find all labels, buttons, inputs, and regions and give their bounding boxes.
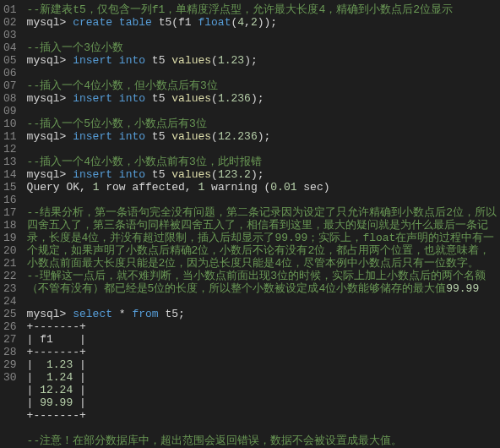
line-number: 14 [3, 168, 17, 181]
token: mysql> [27, 168, 73, 181]
line-number: 20 [3, 244, 17, 257]
token: into [119, 130, 145, 143]
code-line [27, 194, 500, 206]
code-line: mysql> insert into t5 values(123.2); [27, 168, 500, 181]
token: create [73, 16, 112, 29]
token: into [119, 92, 145, 105]
token: into [119, 168, 145, 181]
token: t5 [145, 92, 171, 105]
token [112, 54, 119, 67]
token: sec) [297, 181, 330, 194]
token: 1.23 [46, 358, 73, 371]
code-line [27, 67, 500, 79]
token: 4 [237, 16, 244, 29]
code-line [27, 105, 500, 117]
code-line: --新建表t5，仅包含一列f1，单精度浮点型，允许最大长度4，精确到小数点后2位… [27, 3, 500, 16]
code-line: +-------+ [27, 409, 500, 422]
line-number: 15 [3, 181, 17, 194]
code-line: --插入一个5位小数，小数点后有3位 [27, 117, 500, 130]
token: ( [211, 168, 218, 181]
token: | [27, 396, 41, 409]
line-number: 29 [3, 358, 17, 371]
line-number: 05 [3, 54, 17, 67]
token: mysql> [27, 54, 73, 67]
token: 2 [251, 16, 258, 29]
line-number: 28 [3, 346, 17, 358]
token: --理解这一点后，就不难判断，当小数点前面出现3位的时候，实际上加上小数点后的两… [27, 270, 486, 295]
token: --插入一个5位小数，小数点后有3位 [27, 117, 207, 130]
token: insert [73, 54, 112, 67]
token: +-------+ [27, 320, 86, 333]
line-number: 25 [3, 308, 17, 320]
token: row affected, [99, 181, 198, 194]
line-number: 02 [3, 16, 17, 29]
token [112, 92, 119, 105]
code-line: | 1.23 | [27, 358, 500, 371]
line-number: 30 [3, 371, 17, 384]
code-editor[interactable]: 0102030405060708091011121314151617181920… [0, 0, 500, 448]
token: ); [258, 130, 271, 143]
token: into [119, 54, 145, 67]
token: mysql> [27, 16, 73, 29]
line-number: 09 [3, 105, 17, 117]
code-line: mysql> insert into t5 values(1.23); [27, 54, 500, 67]
token: t5 [145, 54, 171, 67]
code-line: mysql> insert into t5 values(1.236); [27, 92, 500, 105]
token: 99.99 [40, 396, 73, 409]
token: ( [211, 92, 218, 105]
token: from [132, 308, 158, 320]
token: values [171, 130, 211, 143]
token: t5 [145, 168, 171, 181]
token: --结果分析，第一条语句完全没有问题，第二条记录因为设定了只允许精确到小数点后2… [27, 206, 497, 270]
code-line: | f1 | [27, 333, 500, 346]
token: , [244, 16, 251, 29]
line-number: 19 [3, 232, 17, 244]
token: 1.236 [218, 92, 251, 105]
line-number: 18 [3, 219, 17, 232]
line-number: 03 [3, 29, 17, 41]
code-line: --插入一个4位小数，小数点前有3位，此时报错 [27, 156, 500, 168]
token: --插入一个4位小数，但小数点后有3位 [27, 79, 218, 92]
code-line: | 12.24 | [27, 384, 500, 396]
token [112, 168, 119, 181]
token: +-------+ [27, 346, 86, 358]
code-line: --插入一个3位小数 [27, 41, 500, 54]
token [112, 130, 119, 143]
token: | f1 | [27, 333, 86, 346]
token: t5(f1 [152, 16, 198, 29]
token: --插入一个4位小数，小数点前有3位，此时报错 [27, 156, 262, 168]
token: ); [244, 54, 258, 67]
token: insert [73, 130, 112, 143]
code-line: --插入一个4位小数，但小数点后有3位 [27, 79, 500, 92]
token: 12.236 [218, 130, 258, 143]
token: 1.23 [218, 54, 244, 67]
code-line: +-------+ [27, 346, 500, 358]
token: | [73, 358, 86, 371]
token: ( [211, 54, 218, 67]
token: t5; [159, 308, 185, 320]
line-number-gutter: 0102030405060708091011121314151617181920… [0, 0, 24, 448]
line-number: 08 [3, 92, 17, 105]
code-line: mysql> create table t5(f1 float(4,2)); [27, 16, 500, 29]
line-number: 22 [3, 270, 17, 282]
line-number: 07 [3, 79, 17, 92]
line-number: 24 [3, 295, 17, 308]
token: values [171, 168, 211, 181]
line-number: 17 [3, 206, 17, 219]
token: select [73, 308, 112, 320]
token: 99.99 [446, 282, 479, 295]
line-number: 27 [3, 333, 17, 346]
token: * [119, 308, 126, 320]
code-area[interactable]: --新建表t5，仅包含一列f1，单精度浮点型，允许最大长度4，精确到小数点后2位… [24, 0, 500, 448]
line-number: 12 [3, 143, 17, 156]
token: 12.24 [40, 384, 73, 396]
line-number: 21 [3, 257, 17, 270]
line-number: 23 [3, 282, 17, 295]
token: --新建表t5，仅包含一列f1，单精度浮点型，允许最大长度4，精确到小数点后2位… [27, 3, 453, 16]
token: 123.2 [218, 168, 251, 181]
code-line: +-------+ [27, 320, 500, 333]
token: values [171, 92, 211, 105]
token: ( [211, 130, 218, 143]
token: +-------+ [27, 409, 86, 422]
token: mysql> [27, 92, 73, 105]
